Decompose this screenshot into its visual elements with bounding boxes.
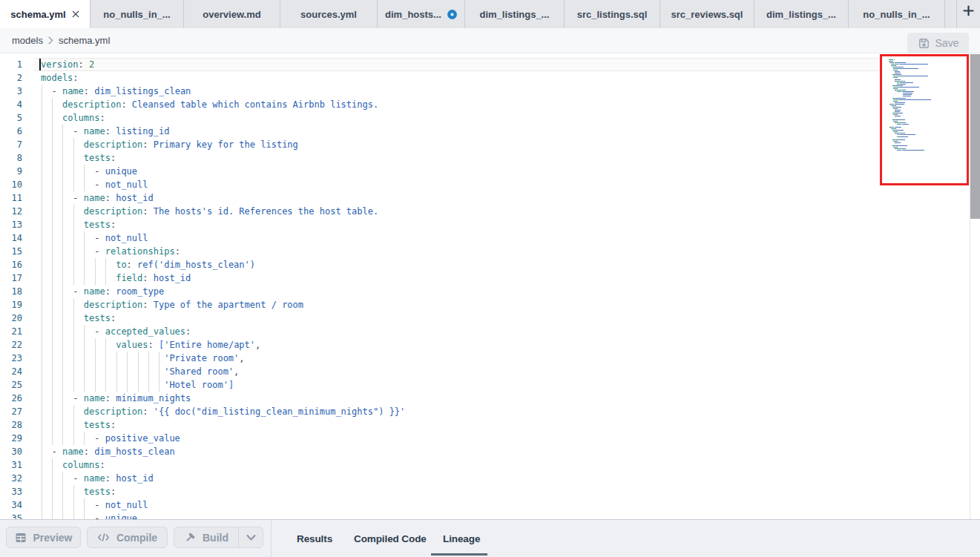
tab-bar-spacer (945, 0, 957, 28)
file-tab-src_reviews.sql[interactable]: src_reviews.sql (660, 0, 754, 28)
build-options-button[interactable] (239, 527, 263, 547)
code-text: - name: host_id (41, 191, 154, 205)
line-number: 5 (0, 111, 22, 125)
code-line-14[interactable]: 14 - not_null (0, 231, 970, 245)
code-line-9[interactable]: 9 - unique (0, 165, 970, 178)
line-number: 34 (0, 498, 22, 512)
code-line-5[interactable]: 5 columns: (0, 111, 970, 125)
code-line-18[interactable]: 18 - name: room_type (0, 285, 970, 298)
panel-tab-results[interactable]: Results (297, 520, 332, 557)
code-line-1[interactable]: 1version: 2 (0, 58, 970, 71)
code-line-28[interactable]: 28 tests: (0, 418, 970, 432)
line-number: 26 (0, 392, 22, 405)
tab-label: dim_listings_... (766, 9, 836, 20)
code-line-20[interactable]: 20 tests: (0, 312, 970, 325)
code-line-33[interactable]: 33 tests: (0, 485, 970, 498)
panel-tab-lineage[interactable]: Lineage (443, 520, 480, 557)
code-line-2[interactable]: 2models: (0, 71, 970, 85)
code-line-16[interactable]: 16 to: ref('dim_hosts_clean') (0, 258, 970, 271)
code-text: 'Shared room', (41, 365, 239, 378)
code-line-6[interactable]: 6 - name: listing_id (0, 125, 970, 138)
scrollbar-thumb[interactable] (970, 54, 980, 219)
line-number: 9 (0, 165, 22, 178)
line-number: 2 (0, 71, 22, 85)
code-line-34[interactable]: 34 - not_null (0, 498, 970, 512)
table-icon (15, 532, 27, 544)
code-line-3[interactable]: 3 - name: dim_listings_clean (0, 85, 970, 98)
code-text: tests: (41, 312, 116, 325)
line-number: 24 (0, 365, 22, 378)
code-line-32[interactable]: 32 - name: host_id (0, 472, 970, 485)
file-tab-dim_listings_...[interactable]: dim_listings_... (754, 0, 849, 28)
code-line-15[interactable]: 15 - relationships: (0, 245, 970, 258)
code-line-13[interactable]: 13 tests: (0, 218, 970, 231)
text-cursor (39, 59, 41, 70)
code-line-4[interactable]: 4 description: Cleansed table which cont… (0, 98, 970, 111)
minimap[interactable] (880, 54, 969, 185)
code-line-21[interactable]: 21 - accepted_values: (0, 325, 970, 338)
code-editor[interactable]: 1version: 22models:3 - name: dim_listing… (0, 53, 980, 519)
file-tab-no_nulls_in_...[interactable]: no_nulls_in_... (849, 0, 945, 28)
plus-icon (963, 5, 974, 16)
code-text: description: '{{ doc("dim_listing_clean_… (41, 405, 405, 418)
close-tab-icon[interactable] (72, 10, 79, 18)
code-text: - positive_value (41, 432, 180, 445)
line-number: 30 (0, 445, 22, 458)
line-number: 25 (0, 378, 22, 392)
vertical-scrollbar[interactable] (970, 53, 980, 519)
line-number: 1 (0, 58, 22, 71)
code-line-24[interactable]: 24 'Shared room', (0, 365, 970, 378)
line-number: 32 (0, 472, 22, 485)
file-tab-schema.yml[interactable]: schema.yml (0, 0, 91, 28)
save-button[interactable]: Save (907, 33, 969, 53)
code-line-8[interactable]: 8 tests: (0, 151, 970, 165)
code-line-31[interactable]: 31 columns: (0, 458, 970, 472)
code-text: - name: listing_id (41, 125, 169, 138)
code-line-11[interactable]: 11 - name: host_id (0, 191, 970, 205)
line-number: 10 (0, 178, 22, 191)
code-line-29[interactable]: 29 - positive_value (0, 432, 970, 445)
compile-button[interactable]: Compile (87, 527, 168, 548)
file-tab-src_listings.sql[interactable]: src_listings.sql (565, 0, 660, 28)
file-tab-no_nulls_in_...[interactable]: no_nulls_in_... (91, 0, 184, 28)
file-tab-dim_listings_...[interactable]: dim_listings_... (465, 0, 565, 28)
preview-button[interactable]: Preview (6, 527, 81, 548)
code-line-27[interactable]: 27 description: '{{ doc("dim_listing_cle… (0, 405, 970, 418)
code-line-25[interactable]: 25 'Hotel room'] (0, 378, 970, 392)
panel-tab-compiled-code[interactable]: Compiled Code (354, 520, 427, 557)
code-text: - name: dim_listings_clean (41, 85, 191, 98)
code-line-19[interactable]: 19 description: Type of the apartment / … (0, 298, 970, 312)
code-text: 'Hotel room'] (41, 378, 234, 392)
breadcrumb-item-models[interactable]: models (12, 35, 43, 46)
line-number: 12 (0, 205, 22, 218)
tab-label: no_nulls_in_... (863, 9, 930, 20)
code-line-7[interactable]: 7 description: Primary key for the listi… (0, 138, 970, 151)
file-tab-dim_hosts...[interactable]: dim_hosts... (378, 0, 465, 28)
line-number: 33 (0, 485, 22, 498)
tab-label: overview.md (203, 9, 260, 20)
code-line-12[interactable]: 12 description: The hosts's id. Referenc… (0, 205, 970, 218)
line-number: 22 (0, 338, 22, 352)
code-text: - name: host_id (41, 472, 154, 485)
tab-label: sources.yml (300, 9, 357, 20)
code-text: description: Type of the apartment / roo… (41, 298, 303, 312)
build-button-group: Build (174, 527, 263, 548)
code-line-35[interactable]: 35 - unique (0, 512, 970, 519)
tab-label: src_listings.sql (577, 9, 648, 20)
build-button[interactable]: Build (174, 527, 239, 547)
code-line-30[interactable]: 30 - name: dim_hosts_clean (0, 445, 970, 458)
chevron-down-icon (246, 534, 257, 541)
file-tab-overview.md[interactable]: overview.md (184, 0, 280, 28)
line-number: 16 (0, 258, 22, 271)
new-tab-button[interactable] (957, 0, 980, 28)
line-number: 15 (0, 245, 22, 258)
code-text: - not_null (41, 178, 148, 191)
code-line-26[interactable]: 26 - name: minimum_nights (0, 392, 970, 405)
file-tab-sources.yml[interactable]: sources.yml (280, 0, 378, 28)
breadcrumb-chevron-icon (48, 36, 53, 45)
code-text: 'Private room', (41, 352, 245, 365)
code-line-17[interactable]: 17 field: host_id (0, 271, 970, 285)
code-line-10[interactable]: 10 - not_null (0, 178, 970, 191)
code-line-23[interactable]: 23 'Private room', (0, 352, 970, 365)
code-line-22[interactable]: 22 values: ['Entire home/apt', (0, 338, 970, 352)
